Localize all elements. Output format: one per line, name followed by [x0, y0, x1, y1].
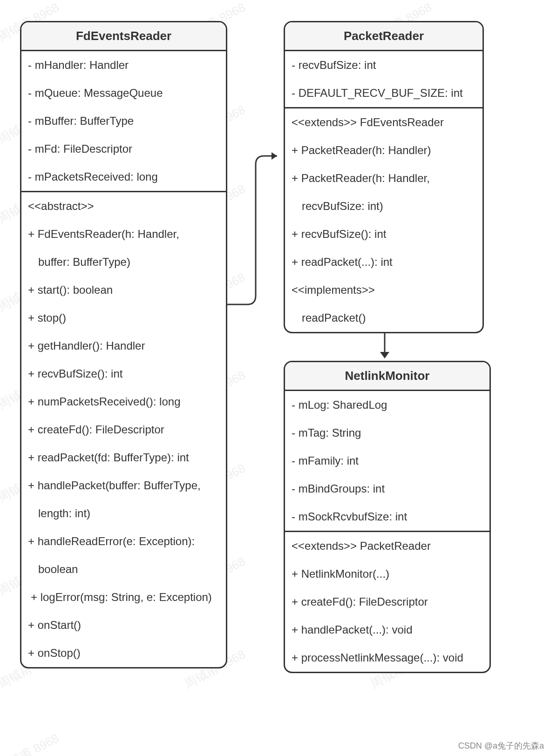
- operation: + handleReadError(e: Exception):: [21, 527, 226, 555]
- operation: + start(): boolean: [21, 276, 226, 304]
- operation: + FdEventsReader(h: Handler,: [21, 220, 226, 248]
- operation: readPacket(): [285, 304, 482, 332]
- class-title: PacketReader: [285, 22, 482, 51]
- operation-continuation: recvBufSize: int): [285, 192, 482, 220]
- footer-credit: CSDN @a兔子的先森a: [458, 740, 544, 751]
- operation: + readPacket(...): int: [285, 248, 482, 276]
- operation: + processNetlinkMessage(...): void: [285, 644, 489, 672]
- operation: + createFd(): FileDescriptor: [21, 416, 226, 444]
- operation: + handlePacket(...): void: [285, 616, 489, 644]
- operation: + onStop(): [21, 639, 226, 667]
- operation: + readPacket(fd: BufferType): int: [21, 444, 226, 472]
- svg-marker-0: [272, 152, 277, 160]
- class-attributes: - mHandler: Handler - mQueue: MessageQue…: [21, 51, 226, 192]
- operation: + onStart(): [21, 611, 226, 639]
- class-fdeventsreader: FdEventsReader - mHandler: Handler - mQu…: [20, 21, 227, 668]
- class-title: FdEventsReader: [21, 22, 226, 51]
- attribute: - recvBufSize: int: [285, 51, 482, 79]
- class-attributes: - recvBufSize: int - DEFAULT_RECV_BUF_SI…: [285, 51, 482, 108]
- attribute: - mQueue: MessageQueue: [21, 79, 226, 107]
- class-operations: <<extends>> PacketReader + NetlinkMonito…: [285, 532, 489, 672]
- watermark: 周钺甫 8968: [0, 730, 62, 756]
- operation: + recvBufSize(): int: [21, 360, 226, 388]
- operation: + PacketReader(h: Handler,: [285, 164, 482, 192]
- class-packetreader: PacketReader - recvBufSize: int - DEFAUL…: [284, 21, 484, 333]
- connector-fdevents-to-packet: [227, 142, 285, 310]
- class-netlinkmonitor: NetlinkMonitor - mLog: SharedLog - mTag:…: [284, 361, 491, 673]
- class-operations: <<abstract>> + FdEventsReader(h: Handler…: [21, 192, 226, 667]
- attribute: - mLog: SharedLog: [285, 391, 489, 419]
- operation: + handlePacket(buffer: BufferType,: [21, 472, 226, 500]
- stereotype: <<extends>> PacketReader: [285, 532, 489, 560]
- stereotype: <<implements>>: [285, 276, 482, 304]
- attribute: - mFamily: int: [285, 447, 489, 475]
- operation: + stop(): [21, 304, 226, 332]
- stereotype: <<abstract>>: [21, 192, 226, 220]
- class-title: NetlinkMonitor: [285, 362, 489, 391]
- attribute: - mPacketsReceived: long: [21, 163, 226, 191]
- attribute: - mSockRcvbufSize: int: [285, 503, 489, 531]
- operation: + createFd(): FileDescriptor: [285, 588, 489, 616]
- class-operations: <<extends>> FdEventsReader + PacketReade…: [285, 108, 482, 332]
- svg-marker-2: [380, 352, 389, 358]
- attribute: - DEFAULT_RECV_BUF_SIZE: int: [285, 79, 482, 107]
- operation: + logError(msg: String, e: Exception): [21, 583, 226, 611]
- attribute: - mBindGroups: int: [285, 475, 489, 503]
- operation-continuation: length: int): [21, 500, 226, 527]
- operation: + getHandler(): Handler: [21, 332, 226, 360]
- attribute: - mFd: FileDescriptor: [21, 135, 226, 163]
- operation-continuation: boolean: [21, 555, 226, 583]
- operation: + PacketReader(h: Handler): [285, 136, 482, 164]
- operation: + numPacketsReceived(): long: [21, 388, 226, 416]
- stereotype: <<extends>> FdEventsReader: [285, 108, 482, 136]
- operation: + NetlinkMonitor(...): [285, 560, 489, 588]
- class-attributes: - mLog: SharedLog - mTag: String - mFami…: [285, 391, 489, 532]
- attribute: - mTag: String: [285, 419, 489, 447]
- attribute: - mHandler: Handler: [21, 51, 226, 79]
- operation: + recvBufSize(): int: [285, 220, 482, 248]
- attribute: - mBuffer: BufferType: [21, 107, 226, 135]
- operation-continuation: buffer: BufferType): [21, 248, 226, 276]
